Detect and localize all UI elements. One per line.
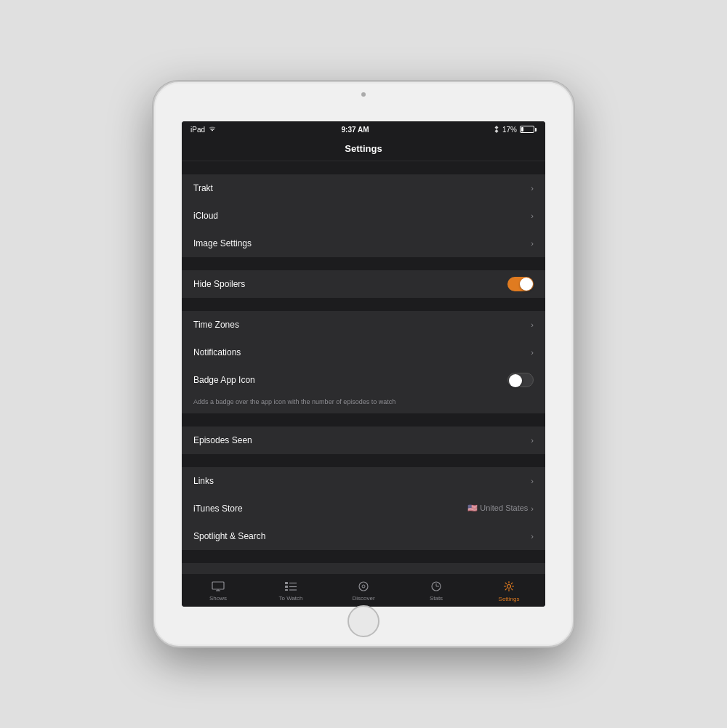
badge-toggle-knob-icon xyxy=(509,374,522,387)
svg-point-9 xyxy=(359,582,368,591)
tab-settings[interactable]: Settings xyxy=(473,577,545,605)
image-settings-row[interactable]: Image Settings › xyxy=(182,230,545,257)
icloud-chevron-icon: › xyxy=(531,211,534,220)
settings-content[interactable]: Trakt › iCloud › Image Settings › Hide S… xyxy=(182,161,545,573)
badge-description-text: Adds a badge over the app icon with the … xyxy=(193,398,395,405)
notifications-row[interactable]: Notifications › xyxy=(182,339,545,366)
links-chevron-icon: › xyxy=(531,477,534,485)
svg-rect-4 xyxy=(285,586,288,588)
about-row[interactable]: About Television Time › xyxy=(182,563,545,573)
navigation-bar: Settings xyxy=(182,137,545,161)
to-watch-icon xyxy=(284,581,297,594)
settings-icon xyxy=(503,581,515,595)
section-episodes: Episodes Seen › xyxy=(182,426,545,454)
section-spoilers: Hide Spoilers xyxy=(182,270,545,298)
status-bar: iPad 9:37 AM xyxy=(182,121,545,137)
tab-to-watch[interactable]: To Watch xyxy=(254,577,327,605)
section-notifications: Time Zones › Notifications › Badge App I… xyxy=(182,311,545,413)
episodes-seen-row[interactable]: Episodes Seen › xyxy=(182,426,545,454)
icloud-row[interactable]: iCloud › xyxy=(182,202,545,230)
links-label: Links xyxy=(193,476,214,486)
itunes-store-value: 🇺🇸 United States xyxy=(467,503,528,513)
nav-title: Settings xyxy=(345,143,382,154)
itunes-store-label: iTunes Store xyxy=(193,503,243,514)
svg-rect-0 xyxy=(212,582,224,589)
hide-spoilers-row[interactable]: Hide Spoilers xyxy=(182,270,545,298)
spotlight-search-row[interactable]: Spotlight & Search › xyxy=(182,522,545,550)
shows-icon xyxy=(212,581,225,594)
image-settings-label: Image Settings xyxy=(193,238,252,248)
hide-spoilers-toggle[interactable] xyxy=(507,277,534,291)
battery-percent: 17% xyxy=(502,126,517,134)
wifi-icon xyxy=(208,126,217,134)
svg-rect-5 xyxy=(285,589,288,591)
status-left: iPad xyxy=(190,126,217,134)
section-main-settings: Trakt › iCloud › Image Settings › xyxy=(182,174,545,257)
battery-icon xyxy=(520,126,537,133)
ipad-device: iPad 9:37 AM xyxy=(153,81,574,647)
to-watch-tab-label: To Watch xyxy=(278,595,302,602)
front-camera-icon xyxy=(361,92,366,97)
icloud-label: iCloud xyxy=(193,211,218,221)
itunes-store-chevron-icon: › xyxy=(531,504,534,513)
section-store: Links › iTunes Store 🇺🇸 United States › … xyxy=(182,467,545,550)
badge-app-icon-label: Badge App Icon xyxy=(193,375,255,385)
toggle-knob-icon xyxy=(520,278,533,291)
shows-tab-label: Shows xyxy=(209,595,227,602)
ipad-screen: iPad 9:37 AM xyxy=(182,121,545,607)
trakt-label: Trakt xyxy=(193,183,213,193)
discover-icon xyxy=(358,581,369,594)
status-time: 9:37 AM xyxy=(342,126,369,134)
discover-tab-label: Discover xyxy=(352,595,374,602)
badge-app-icon-row[interactable]: Badge App Icon xyxy=(182,366,545,394)
spotlight-search-chevron-icon: › xyxy=(531,532,534,541)
device-label: iPad xyxy=(190,126,205,134)
episodes-seen-label: Episodes Seen xyxy=(193,435,252,445)
notifications-label: Notifications xyxy=(193,347,241,357)
svg-point-10 xyxy=(362,585,365,588)
bluetooth-icon xyxy=(494,125,499,134)
home-button[interactable] xyxy=(348,605,379,637)
notifications-chevron-icon: › xyxy=(531,348,534,357)
image-settings-chevron-icon: › xyxy=(531,239,534,248)
settings-tab-label: Settings xyxy=(499,596,520,602)
stats-tab-label: Stats xyxy=(430,595,443,602)
itunes-store-row[interactable]: iTunes Store 🇺🇸 United States › xyxy=(182,495,545,522)
badge-app-icon-toggle[interactable] xyxy=(507,373,534,387)
itunes-store-right: 🇺🇸 United States › xyxy=(467,503,534,513)
section-about: About Television Time › xyxy=(182,563,545,573)
tab-stats[interactable]: Stats xyxy=(400,577,473,605)
hide-spoilers-label: Hide Spoilers xyxy=(193,279,245,289)
trakt-chevron-icon: › xyxy=(531,184,534,193)
time-zones-row[interactable]: Time Zones › xyxy=(182,311,545,339)
tab-shows[interactable]: Shows xyxy=(182,577,254,605)
time-zones-chevron-icon: › xyxy=(531,320,534,329)
spotlight-search-label: Spotlight & Search xyxy=(193,531,265,541)
stats-icon xyxy=(431,581,441,594)
tab-bar: Shows To Watch xyxy=(182,573,545,607)
time-zones-label: Time Zones xyxy=(193,320,239,330)
status-right: 17% xyxy=(494,125,537,134)
svg-point-14 xyxy=(507,584,511,588)
episodes-seen-chevron-icon: › xyxy=(531,436,534,445)
trakt-row[interactable]: Trakt › xyxy=(182,174,545,202)
tab-discover[interactable]: Discover xyxy=(327,577,400,605)
svg-rect-3 xyxy=(285,582,288,584)
badge-app-icon-description: Adds a badge over the app icon with the … xyxy=(182,394,545,413)
links-row[interactable]: Links › xyxy=(182,467,545,495)
